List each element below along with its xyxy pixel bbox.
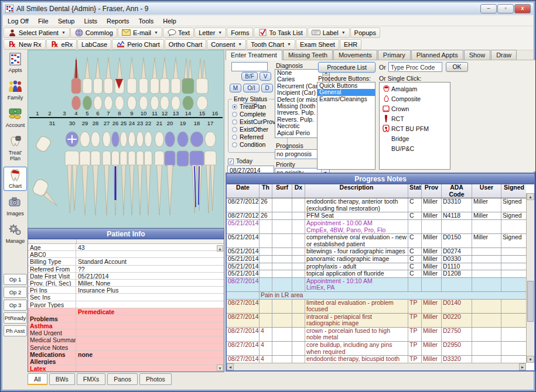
tab-primary[interactable]: Primary xyxy=(378,50,411,60)
radio-icon[interactable] xyxy=(232,127,237,132)
sidebar-item-account[interactable]: Account xyxy=(4,106,27,130)
patient-info-row-medical-summary[interactable]: Medical Summary xyxy=(28,336,224,343)
menu-file[interactable]: File xyxy=(33,17,53,25)
patient-info-row-sec-ins[interactable]: Sec Ins xyxy=(28,294,224,301)
chevron-down-icon[interactable]: ▼ xyxy=(62,30,66,35)
procedure-category-exams-cleanings[interactable]: Exams/Cleanings xyxy=(317,96,375,102)
single-click-bu-p-c[interactable]: BU/P&C xyxy=(381,143,450,153)
toolbar-button-commlog[interactable]: Commlog xyxy=(70,27,117,38)
single-click-rct[interactable]: RCT xyxy=(381,114,450,123)
today-check-icon[interactable]: ✓ xyxy=(228,159,234,164)
tooth-6[interactable] xyxy=(94,57,103,110)
image-tab-panos[interactable]: Panos xyxy=(107,373,138,385)
tooth-19[interactable] xyxy=(177,132,189,166)
tooth-4[interactable] xyxy=(71,57,81,110)
toolbar-button-exam-sheet[interactable]: Exam Sheet xyxy=(296,39,339,50)
toolbar-button-select-patient[interactable]: Select Patient▼ xyxy=(4,27,70,38)
toolbar-button-to-task-list[interactable]: To Task List xyxy=(254,27,306,38)
toolbar-button-letter[interactable]: Letter▼ xyxy=(194,27,226,38)
patient-info-row-pri-ins[interactable]: Pri InsInsurance Plus xyxy=(28,287,224,294)
maximize-button[interactable]: ▫ xyxy=(497,4,514,13)
tooth-29[interactable] xyxy=(80,132,90,215)
progress-note-row[interactable]: 05/21/2014comprehensive oral evaluation … xyxy=(227,234,526,248)
sidebar-item-appts[interactable]: Appts xyxy=(4,51,27,75)
toolbar-button-labcase[interactable]: LabCase xyxy=(77,39,111,50)
patient-info-row-age[interactable]: Age43 xyxy=(28,244,224,251)
progress-notes-hscrollbar[interactable]: ◄ ► xyxy=(227,363,526,370)
toolbar-button-text[interactable]: Text xyxy=(163,27,194,38)
menu-lists[interactable]: Lists xyxy=(79,17,102,25)
toolbar-button-e-mail[interactable]: E-mail▼ xyxy=(118,27,162,38)
image-tab-bws[interactable]: BWs xyxy=(49,373,75,385)
patient-info-row-billing-type[interactable]: Billing TypeStandard Account xyxy=(28,258,224,265)
scroll-down-icon[interactable]: ▼ xyxy=(527,356,534,363)
surface-button-b-f[interactable]: B/F xyxy=(241,72,258,81)
surface-button-m[interactable]: M xyxy=(230,84,241,92)
today-checkbox[interactable]: ✓Today xyxy=(228,157,252,164)
sidebar-item-images[interactable]: Images xyxy=(4,194,27,218)
chevron-down-icon[interactable]: ▼ xyxy=(154,30,158,35)
radio-icon[interactable] xyxy=(232,119,237,125)
menu-help[interactable]: Help xyxy=(158,17,181,25)
tooth-5[interactable] xyxy=(83,57,92,110)
tab-enter-treatment[interactable]: Enter Treatment xyxy=(226,50,282,60)
tooth-20[interactable] xyxy=(165,132,175,215)
toolbar-button-tooth-chart[interactable]: Tooth Chart▼ xyxy=(247,39,295,50)
patient-info-row-payor-types[interactable]: Payor Types xyxy=(28,301,224,308)
toolbar-button-erx[interactable]: ℞eRx xyxy=(46,39,77,50)
scroll-left-icon[interactable]: ◄ xyxy=(227,363,234,370)
patient-info-row-referred-from[interactable]: Referred From?? xyxy=(28,266,224,273)
progress-note-row[interactable]: 05/21/2014panoramic radiographic imageCM… xyxy=(227,256,526,263)
sidebar-item-treat-plan[interactable]: Treat' Plan xyxy=(4,133,27,163)
tooth-22[interactable] xyxy=(145,132,152,215)
sidebar-item-chart[interactable]: Chart xyxy=(4,167,27,191)
patient-info-row-service-notes[interactable]: Service Notes xyxy=(28,344,224,351)
op-button-op-1[interactable]: Op 1 xyxy=(4,274,27,285)
progress-note-row[interactable]: 05/21/2014prophylaxis - adultCMillerD111… xyxy=(227,263,526,271)
sidebar-item-family[interactable]: Family xyxy=(4,78,27,102)
tooth-26[interactable] xyxy=(112,132,120,215)
patient-info-row-prov-pri-sec[interactable]: Prov. (Pri, Sec)Miller, None xyxy=(28,280,224,287)
progress-notes-vscrollbar[interactable]: ▲ ▼ xyxy=(526,193,534,363)
progress-note-row[interactable]: 05/21/2014bitewings - four radiographic … xyxy=(227,248,526,256)
patient-info-row-allergies[interactable]: Allergies xyxy=(28,358,224,365)
patient-info-row-med-urgent[interactable]: Med Urgent xyxy=(28,329,224,336)
tooth-11[interactable] xyxy=(151,57,159,110)
menu-reports[interactable]: Reports xyxy=(102,17,134,25)
close-button[interactable]: x xyxy=(514,4,531,13)
radio-icon[interactable] xyxy=(232,104,237,109)
tooth-23[interactable] xyxy=(136,132,144,215)
single-click-composite[interactable]: Composite xyxy=(381,94,450,104)
progress-note-row[interactable]: 08/27/2014limited oral evaluation - prob… xyxy=(227,300,526,314)
diagnosis-item-incipient-car[interactable]: Incipient (Car) xyxy=(275,90,322,96)
surface-button-d[interactable]: D xyxy=(261,84,273,92)
tooth-21[interactable] xyxy=(155,132,164,215)
progress-note-row[interactable]: 08/27/20144endodontic therapy, bicuspid … xyxy=(227,356,526,363)
op-button-ph-asst[interactable]: Ph Asst xyxy=(4,325,27,336)
toolbar-button-perio-chart[interactable]: Perio Chart xyxy=(112,39,164,50)
tooth-32[interactable] xyxy=(35,135,52,153)
progress-note-row[interactable]: 08/27/2014intraoral - periapical first r… xyxy=(227,314,526,328)
sidebar-item-manage[interactable]: Manage xyxy=(4,222,27,246)
progress-note-row[interactable]: 05/21/2014Appointment - 10:00 AMCmpEx, 4… xyxy=(227,220,526,234)
progress-note-row[interactable]: Pain in LR area xyxy=(227,292,526,300)
menu-log-off[interactable]: Log Off xyxy=(3,17,33,25)
surface-button-v[interactable]: V xyxy=(260,72,271,81)
tooth-12[interactable] xyxy=(160,57,169,110)
tab-draw[interactable]: Draw xyxy=(491,50,517,60)
patient-info-row-latex[interactable]: Latex xyxy=(28,365,224,372)
tooth-24[interactable] xyxy=(128,132,135,215)
radio-icon[interactable] xyxy=(232,142,237,147)
diagnosis-item-necrotic[interactable]: Necrotic xyxy=(275,123,322,129)
patient-info-row-asthma[interactable]: Asthma xyxy=(28,322,224,329)
tab-missing-teeth[interactable]: Missing Teeth xyxy=(283,50,333,60)
tooth-9[interactable] xyxy=(127,57,136,110)
patient-info-scroll-down-icon[interactable]: ▼ xyxy=(217,365,223,371)
tooth-18[interactable] xyxy=(190,132,204,213)
tooth-28[interactable] xyxy=(91,132,100,215)
tooth-number-input[interactable] xyxy=(231,62,268,71)
tooth-17[interactable] xyxy=(204,132,216,213)
diagnosis-item-apical-perio[interactable]: Apical Perio xyxy=(275,130,322,136)
chevron-down-icon[interactable]: ▼ xyxy=(287,42,291,46)
tooth-10[interactable] xyxy=(139,57,148,110)
